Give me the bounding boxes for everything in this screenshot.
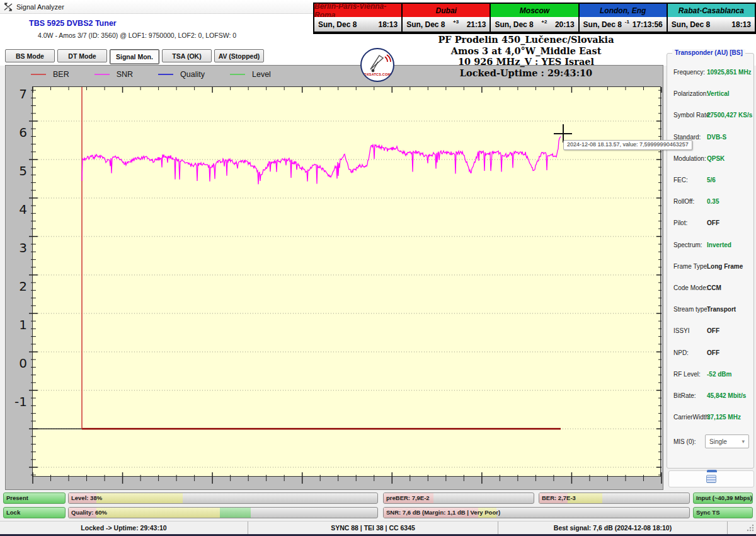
clock-hhmm: 18:13: [378, 20, 398, 29]
legend-label: BER: [53, 70, 69, 79]
transponder-value: Long Frame: [707, 263, 743, 270]
tab-dt-mode[interactable]: DT Mode: [57, 49, 107, 62]
transponder-value: CCM: [707, 284, 721, 291]
bar-label: BER: 2,7E-3: [542, 493, 576, 503]
legend-line-swatch: [230, 74, 245, 75]
transponder-label: Code Mode:: [673, 284, 707, 291]
transponder-label: RF Level:: [673, 371, 701, 378]
meter-bar-preber: preBER: 7,9E-2: [383, 492, 534, 504]
device-list-icon: [706, 475, 716, 483]
snr-trace: [82, 136, 561, 184]
tab-tsa-ok[interactable]: TSA (OK): [162, 49, 212, 62]
status-bar-lock: Lock: [3, 507, 66, 518]
legend-label: Level: [252, 70, 271, 79]
clock-column: London, EngSun, Dec 8-117:13:56: [580, 4, 667, 33]
transponder-label: Symbol Rate:: [673, 112, 711, 119]
transponder-row: NPD:OFF: [667, 349, 753, 362]
y-tick-label: 3: [7, 240, 27, 255]
bar-label: Level: 38%: [71, 493, 102, 503]
clock-time: Sun, Dec 818:13: [668, 17, 755, 32]
status-bar-input-40-39-mbps-: Input (~40,39 Mbps): [693, 492, 753, 504]
clock-city-label: Dubai: [403, 4, 490, 17]
transponder-row: Symbol Rate:27500,427 KS/s: [667, 112, 753, 124]
mis-dropdown[interactable]: Single ▾: [705, 434, 749, 448]
chart-legend: BERSNRQualityLevel: [31, 70, 296, 79]
y-tick-label: 2: [7, 279, 27, 294]
satellite-dish-icon: [364, 52, 393, 74]
status-bar-present: Present: [3, 492, 66, 504]
bar-label: Input (~40,39 Mbps): [696, 493, 752, 503]
transponder-row: Code Mode:CCM: [667, 284, 753, 297]
site-title-line1: PF Prodelin 450_Lučenec/Slovakia: [400, 34, 652, 45]
clock-time: Sun, Dec 8+220:13: [491, 17, 578, 32]
legend-label: Quality: [180, 70, 205, 79]
clock-column: Rabat-CasablancaSun, Dec 818:13: [668, 4, 755, 33]
bar-label: Lock: [6, 508, 20, 518]
transponder-row: Spectrum:Inverted: [667, 242, 753, 254]
clock-city-label: Moscow: [491, 4, 578, 17]
transponder-row: FEC:5/6: [667, 177, 753, 189]
clock-time: Sun, Dec 818:13: [314, 17, 401, 32]
tab-signal-mon[interactable]: Signal Mon.: [110, 49, 159, 64]
mis-value: Single: [709, 438, 727, 445]
y-tick-label: 6: [7, 125, 27, 140]
clock-column: DubaiSun, Dec 8+321:13: [403, 4, 490, 33]
transponder-row: RollOff:0.35: [667, 198, 753, 211]
transponder-value: Inverted: [707, 242, 731, 248]
clock-city-label: London, Eng: [580, 4, 667, 17]
y-tick-label: 5: [7, 163, 27, 178]
transponder-value: QPSK: [707, 155, 724, 162]
transponder-value: 0.35: [707, 198, 719, 205]
y-tick-label: 4: [7, 202, 27, 217]
transponder-value: 37,125 MHz: [707, 414, 741, 421]
transponder-value: 10925,851 MHz: [707, 69, 752, 76]
clock-city-label: Berlin-Paris-Vienna-Roma: [314, 4, 401, 17]
transponder-value: -52 dBm: [707, 371, 731, 378]
device-list-icon-header: [707, 470, 717, 472]
transponder-label: Frequency:: [673, 69, 705, 76]
site-title: PF Prodelin 450_Lučenec/Slovakia Amos 3 …: [400, 34, 652, 78]
legend-line-swatch: [31, 74, 46, 75]
legend-item-quality: Quality: [158, 70, 205, 79]
site-title-line2: Amos 3 at 4,0°W_Middle East: [400, 45, 652, 57]
legend-line-swatch: [94, 74, 110, 75]
transponder-label: ISSYI: [673, 327, 690, 334]
clock-time: Sun, Dec 8+321:13: [403, 17, 490, 32]
transponder-label: Standard:: [673, 134, 701, 141]
device-list-button[interactable]: [668, 470, 754, 487]
transponder-row: CarrierWidth:37,125 MHz: [667, 414, 753, 426]
status-bar: Locked -> Uptime: 29:43:10SYNC 88 | TEI …: [0, 521, 756, 534]
mode-tabs: BS ModeDT ModeSignal Mon.TSA (OK)AV (Sto…: [5, 49, 264, 64]
meter-bar-level: Level: 38%: [68, 492, 378, 504]
transponder-label: Frame Type:: [673, 263, 709, 270]
status-bar-sync-ts: Sync TS: [693, 507, 753, 518]
transponder-label: CarrierWidth:: [673, 414, 711, 421]
transponder-row: Stream type:Transport: [667, 306, 753, 318]
signal-bars-area: PresentLevel: 38%preBER: 7,9E-2BER: 2,7E…: [0, 491, 756, 521]
clock-hhmm: 17:13:56: [633, 20, 663, 29]
world-clocks: Berlin-Paris-Vienna-RomaSun, Dec 818:13D…: [313, 3, 756, 34]
clock-date: Sun, Dec 8: [406, 20, 445, 29]
clock-column: MoscowSun, Dec 8+220:13: [491, 4, 578, 33]
value-tooltip: 2024-12-08 18.13.57, value: 7,5999999046…: [563, 140, 692, 150]
y-tick-label: 1: [7, 317, 27, 332]
legend-item-snr: SNR: [94, 70, 133, 79]
transponder-label: Spectrum:: [673, 242, 702, 248]
meter-bar-snr: SNR: 7,6 dB (Margin: 1,1 dB | Very Poor): [383, 507, 690, 518]
tab-av-stopped[interactable]: AV (Stopped): [214, 49, 264, 62]
transponder-value: Transport: [707, 306, 736, 313]
transponder-row: Polarization:Vertical: [667, 90, 753, 103]
tab-bs-mode[interactable]: BS Mode: [5, 49, 55, 62]
app-icon: [4, 3, 13, 11]
chevron-down-icon: ▾: [742, 438, 745, 445]
transponder-row: RF Level:-52 dBm: [667, 371, 753, 383]
resize-grip[interactable]: [746, 523, 755, 532]
mis-label: MIS (0):: [673, 438, 696, 445]
transponder-title: Transponder (AU) [BS]: [672, 49, 745, 56]
clock-hhmm: 18:13: [731, 20, 751, 29]
clock-hhmm: 20:13: [555, 20, 575, 29]
clock-city-label: Rabat-Casablanca: [668, 4, 755, 17]
legend-item-level: Level: [230, 70, 271, 79]
bar-label: SNR: 7,6 dB (Margin: 1,1 dB | Very Poor): [386, 508, 500, 518]
transponder-value: 5/6: [707, 177, 716, 184]
